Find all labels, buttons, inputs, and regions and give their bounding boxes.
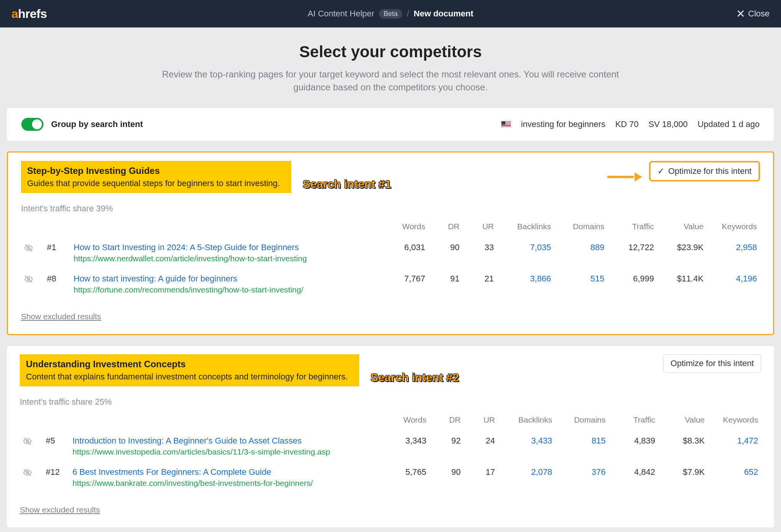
breadcrumb: AI Content Helper Beta / New document: [308, 9, 474, 19]
col-backlinks[interactable]: Backlinks: [498, 411, 555, 431]
cell-domains[interactable]: 376: [555, 462, 609, 493]
show-excluded-link[interactable]: Show excluded results: [21, 312, 101, 321]
close-label: Close: [748, 9, 770, 19]
intent-card-2: Understanding Investment Concepts Conten…: [7, 346, 774, 527]
breadcrumb-current: New document: [414, 9, 473, 19]
cell-words: 3,343: [387, 431, 429, 462]
topbar: ahrefs AI Content Helper Beta / New docu…: [0, 0, 781, 27]
optimize-label: Optimize for this intent: [668, 166, 752, 176]
check-icon: ✓: [657, 166, 664, 176]
show-excluded-link[interactable]: Show excluded results: [20, 505, 100, 514]
col-dr[interactable]: DR: [428, 218, 463, 237]
kd-metric: KD 70: [615, 119, 638, 129]
cell-value: $11.4K: [657, 268, 707, 300]
traffic-share: Intent's traffic share 39%: [21, 204, 760, 214]
cell-traffic: 4,839: [609, 431, 658, 462]
cell-domains[interactable]: 515: [554, 268, 607, 300]
col-domains[interactable]: Domains: [554, 218, 607, 237]
cell-ur: 21: [463, 268, 497, 300]
cell-value: $7.9K: [658, 462, 708, 493]
logo: ahrefs: [11, 7, 47, 21]
optimize-button[interactable]: Optimize for this intent: [663, 354, 761, 373]
hide-result-icon[interactable]: [20, 462, 43, 493]
col-value[interactable]: Value: [658, 411, 708, 431]
results-table: Words DR UR Backlinks Domains Traffic Va…: [21, 218, 760, 300]
result-url[interactable]: https://www.bankrate.com/investing/best-…: [72, 479, 384, 488]
optimize-label: Optimize for this intent: [670, 358, 754, 368]
hide-result-icon[interactable]: [20, 431, 43, 462]
group-by-intent-label: Group by search intent: [51, 119, 143, 129]
cell-value: $8.3K: [658, 431, 708, 462]
table-row: #8 How to start investing: A guide for b…: [21, 268, 760, 300]
result-title[interactable]: Introduction to Investing: A Beginner's …: [72, 436, 384, 446]
result-title[interactable]: How to Start Investing in 2024: A 5-Step…: [74, 243, 383, 252]
optimize-button[interactable]: ✓ Optimize for this intent: [649, 161, 760, 182]
cell-domains[interactable]: 889: [554, 237, 607, 268]
cell-value: $23.9K: [657, 237, 707, 268]
result-title[interactable]: 6 Best Investments For Beginners: A Comp…: [72, 467, 384, 477]
cell-keywords[interactable]: 652: [708, 462, 761, 493]
arrow-annotation-icon: [607, 174, 641, 180]
col-value[interactable]: Value: [657, 218, 707, 237]
table-row: #12 6 Best Investments For Beginners: A …: [20, 462, 761, 493]
annotation-intent-1: Search intent #1: [303, 178, 391, 191]
cell-traffic: 4,842: [609, 462, 658, 493]
cell-dr: 90: [429, 462, 464, 493]
cell-backlinks[interactable]: 7,035: [497, 237, 554, 268]
cell-backlinks[interactable]: 3,866: [497, 268, 554, 300]
intent-title-block: Understanding Investment Concepts Conten…: [20, 354, 359, 386]
sv-metric: SV 18,000: [649, 119, 688, 129]
result-url[interactable]: https://www.nerdwallet.com/article/inves…: [74, 254, 383, 263]
col-traffic[interactable]: Traffic: [607, 218, 657, 237]
cell-ur: 24: [464, 431, 498, 462]
updated-label: Updated 1 d ago: [697, 119, 760, 129]
cell-keywords[interactable]: 1,472: [708, 431, 761, 462]
intent-desc: Content that explains fundamental invest…: [26, 372, 348, 382]
cell-words: 6,031: [386, 237, 428, 268]
hide-result-icon[interactable]: [21, 237, 44, 268]
target-keyword: investing for beginners: [521, 119, 605, 129]
cell-dr: 91: [428, 268, 463, 300]
controls-bar: Group by search intent investing for beg…: [7, 108, 774, 141]
cell-keywords[interactable]: 2,958: [707, 237, 760, 268]
cell-domains[interactable]: 815: [555, 431, 609, 462]
col-dr[interactable]: DR: [429, 411, 464, 431]
col-keywords[interactable]: Keywords: [708, 411, 761, 431]
breadcrumb-tool[interactable]: AI Content Helper: [308, 9, 374, 19]
intent-card-1: Step-by-Step Investing Guides Guides tha…: [7, 151, 774, 335]
col-traffic[interactable]: Traffic: [609, 411, 658, 431]
result-url[interactable]: https://www.investopedia.com/articles/ba…: [72, 447, 384, 456]
intent-title: Understanding Investment Concepts: [26, 359, 348, 370]
cell-backlinks[interactable]: 2,078: [498, 462, 555, 493]
result-title[interactable]: How to start investing: A guide for begi…: [74, 274, 383, 284]
col-words[interactable]: Words: [386, 218, 428, 237]
intent-title-block: Step-by-Step Investing Guides Guides tha…: [21, 161, 291, 193]
col-words[interactable]: Words: [387, 411, 429, 431]
close-icon: ✕: [736, 7, 745, 20]
result-url[interactable]: https://fortune.com/recommends/investing…: [74, 285, 383, 294]
rank: #5: [43, 431, 69, 462]
logo-rest: hrefs: [18, 7, 47, 21]
cell-ur: 33: [463, 237, 497, 268]
breadcrumb-sep: /: [407, 9, 409, 19]
results-table: Words DR UR Backlinks Domains Traffic Va…: [20, 411, 761, 493]
cell-ur: 17: [464, 462, 498, 493]
cell-dr: 90: [428, 237, 463, 268]
hide-result-icon[interactable]: [21, 268, 44, 300]
rank: #1: [44, 237, 71, 268]
group-by-intent-toggle[interactable]: [21, 118, 43, 131]
intent-title: Step-by-Step Investing Guides: [27, 166, 280, 176]
close-button[interactable]: ✕ Close: [737, 8, 770, 19]
cell-traffic: 12,722: [607, 237, 657, 268]
beta-badge: Beta: [379, 9, 402, 19]
page-subtitle: Review the top-ranking pages for your ta…: [162, 68, 619, 93]
rank: #8: [44, 268, 71, 300]
cell-backlinks[interactable]: 3,433: [498, 431, 555, 462]
cell-keywords[interactable]: 4,196: [707, 268, 760, 300]
col-backlinks[interactable]: Backlinks: [497, 218, 554, 237]
col-ur[interactable]: UR: [464, 411, 498, 431]
cell-words: 5,765: [387, 462, 429, 493]
col-domains[interactable]: Domains: [555, 411, 609, 431]
col-keywords[interactable]: Keywords: [707, 218, 760, 237]
col-ur[interactable]: UR: [463, 218, 497, 237]
